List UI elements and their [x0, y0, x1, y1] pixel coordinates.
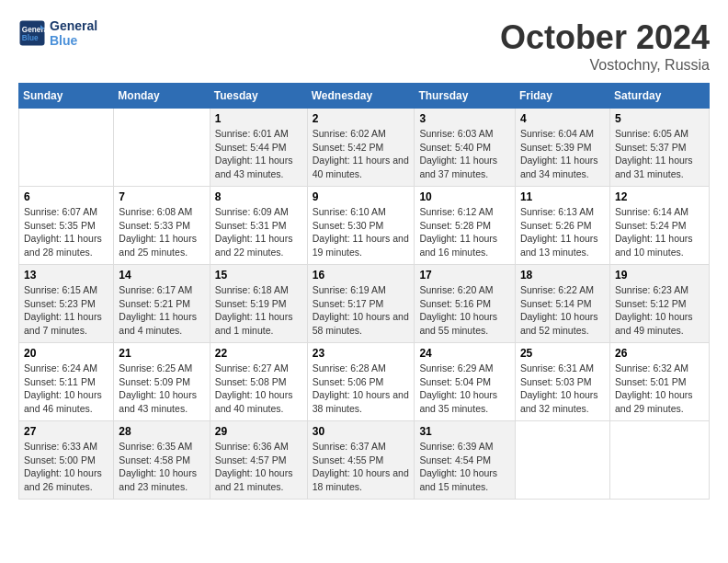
day-number: 4 [520, 112, 605, 125]
svg-text:Blue: Blue [22, 34, 39, 42]
calendar-cell [609, 421, 709, 500]
day-number: 5 [615, 112, 704, 125]
day-info: Sunrise: 6:15 AMSunset: 5:23 PMDaylight:… [24, 283, 108, 338]
svg-text:General: General [22, 26, 46, 34]
day-info: Sunrise: 6:37 AMSunset: 4:55 PMDaylight:… [313, 440, 410, 494]
calendar-cell: 5Sunrise: 6:05 AMSunset: 5:37 PMDaylight… [609, 109, 709, 187]
location-title: Vostochny, Russia [500, 57, 710, 74]
calendar-cell: 15Sunrise: 6:18 AMSunset: 5:19 PMDayligh… [210, 265, 307, 343]
day-info: Sunrise: 6:27 AMSunset: 5:08 PMDaylight:… [215, 362, 302, 416]
calendar-cell: 11Sunrise: 6:13 AMSunset: 5:26 PMDayligh… [515, 187, 609, 265]
calendar-cell: 28Sunrise: 6:35 AMSunset: 4:58 PMDayligh… [114, 421, 210, 500]
day-info: Sunrise: 6:35 AMSunset: 4:58 PMDaylight:… [119, 440, 204, 494]
logo: General Blue General Blue [18, 18, 97, 48]
day-number: 27 [24, 425, 108, 438]
day-info: Sunrise: 6:08 AMSunset: 5:33 PMDaylight:… [119, 205, 204, 259]
day-number: 10 [419, 190, 510, 203]
day-info: Sunrise: 6:24 AMSunset: 5:11 PMDaylight:… [24, 362, 108, 416]
day-info: Sunrise: 6:22 AMSunset: 5:14 PMDaylight:… [520, 283, 605, 338]
header-thursday: Thursday [415, 84, 516, 109]
calendar-cell: 6Sunrise: 6:07 AMSunset: 5:35 PMDaylight… [19, 187, 114, 265]
calendar-cell: 7Sunrise: 6:08 AMSunset: 5:33 PMDaylight… [114, 187, 210, 265]
day-info: Sunrise: 6:36 AMSunset: 4:57 PMDaylight:… [215, 440, 302, 494]
day-number: 13 [24, 269, 108, 282]
month-title: October 2024 [500, 18, 710, 57]
day-info: Sunrise: 6:28 AMSunset: 5:06 PMDaylight:… [313, 362, 410, 416]
day-info: Sunrise: 6:07 AMSunset: 5:35 PMDaylight:… [24, 205, 108, 259]
calendar-week-row: 13Sunrise: 6:15 AMSunset: 5:23 PMDayligh… [19, 265, 710, 343]
day-number: 8 [215, 190, 302, 203]
day-number: 29 [215, 425, 302, 438]
day-info: Sunrise: 6:20 AMSunset: 5:16 PMDaylight:… [419, 283, 510, 338]
day-number: 16 [313, 269, 410, 282]
calendar-cell: 31Sunrise: 6:39 AMSunset: 4:54 PMDayligh… [415, 421, 516, 500]
day-info: Sunrise: 6:18 AMSunset: 5:19 PMDaylight:… [215, 283, 302, 338]
day-number: 28 [119, 425, 204, 438]
calendar-cell [515, 421, 609, 500]
calendar-cell: 1Sunrise: 6:01 AMSunset: 5:44 PMDaylight… [210, 109, 307, 187]
day-info: Sunrise: 6:39 AMSunset: 4:54 PMDaylight:… [419, 440, 510, 494]
calendar-cell: 13Sunrise: 6:15 AMSunset: 5:23 PMDayligh… [19, 265, 114, 343]
day-info: Sunrise: 6:14 AMSunset: 5:24 PMDaylight:… [615, 205, 704, 259]
calendar-cell: 29Sunrise: 6:36 AMSunset: 4:57 PMDayligh… [210, 421, 307, 500]
header-saturday: Saturday [609, 84, 709, 109]
calendar-cell: 27Sunrise: 6:33 AMSunset: 5:00 PMDayligh… [19, 421, 114, 500]
day-number: 2 [313, 112, 410, 125]
day-number: 20 [24, 347, 108, 360]
day-info: Sunrise: 6:12 AMSunset: 5:28 PMDaylight:… [419, 205, 510, 259]
header-tuesday: Tuesday [210, 84, 307, 109]
day-info: Sunrise: 6:01 AMSunset: 5:44 PMDaylight:… [215, 127, 302, 181]
day-number: 17 [419, 269, 510, 282]
day-info: Sunrise: 6:02 AMSunset: 5:42 PMDaylight:… [313, 127, 410, 181]
logo-line2: Blue [50, 33, 97, 48]
day-number: 18 [520, 269, 605, 282]
calendar-cell: 14Sunrise: 6:17 AMSunset: 5:21 PMDayligh… [114, 265, 210, 343]
day-info: Sunrise: 6:19 AMSunset: 5:17 PMDaylight:… [313, 283, 410, 338]
day-info: Sunrise: 6:05 AMSunset: 5:37 PMDaylight:… [615, 127, 704, 181]
calendar-cell: 16Sunrise: 6:19 AMSunset: 5:17 PMDayligh… [307, 265, 415, 343]
calendar-cell: 10Sunrise: 6:12 AMSunset: 5:28 PMDayligh… [415, 187, 516, 265]
day-info: Sunrise: 6:29 AMSunset: 5:04 PMDaylight:… [419, 362, 510, 416]
day-number: 11 [520, 190, 605, 203]
days-header-row: SundayMondayTuesdayWednesdayThursdayFrid… [19, 84, 710, 109]
day-info: Sunrise: 6:17 AMSunset: 5:21 PMDaylight:… [119, 283, 204, 338]
day-info: Sunrise: 6:32 AMSunset: 5:01 PMDaylight:… [615, 362, 704, 416]
day-info: Sunrise: 6:23 AMSunset: 5:12 PMDaylight:… [615, 283, 704, 338]
calendar-cell: 19Sunrise: 6:23 AMSunset: 5:12 PMDayligh… [609, 265, 709, 343]
calendar-cell: 18Sunrise: 6:22 AMSunset: 5:14 PMDayligh… [515, 265, 609, 343]
calendar-cell: 22Sunrise: 6:27 AMSunset: 5:08 PMDayligh… [210, 343, 307, 421]
title-area: October 2024 Vostochny, Russia [500, 18, 710, 74]
day-number: 23 [313, 347, 410, 360]
day-info: Sunrise: 6:33 AMSunset: 5:00 PMDaylight:… [24, 440, 108, 494]
day-number: 22 [215, 347, 302, 360]
header-wednesday: Wednesday [307, 84, 415, 109]
day-number: 7 [119, 190, 204, 203]
calendar-cell: 20Sunrise: 6:24 AMSunset: 5:11 PMDayligh… [19, 343, 114, 421]
calendar-cell: 12Sunrise: 6:14 AMSunset: 5:24 PMDayligh… [609, 187, 709, 265]
day-number: 6 [24, 190, 108, 203]
calendar-cell: 4Sunrise: 6:04 AMSunset: 5:39 PMDaylight… [515, 109, 609, 187]
calendar-table: SundayMondayTuesdayWednesdayThursdayFrid… [18, 83, 710, 500]
calendar-cell: 9Sunrise: 6:10 AMSunset: 5:30 PMDaylight… [307, 187, 415, 265]
day-number: 25 [520, 347, 605, 360]
calendar-cell: 25Sunrise: 6:31 AMSunset: 5:03 PMDayligh… [515, 343, 609, 421]
day-info: Sunrise: 6:31 AMSunset: 5:03 PMDaylight:… [520, 362, 605, 416]
calendar-cell: 23Sunrise: 6:28 AMSunset: 5:06 PMDayligh… [307, 343, 415, 421]
day-info: Sunrise: 6:25 AMSunset: 5:09 PMDaylight:… [119, 362, 204, 416]
day-number: 30 [313, 425, 410, 438]
header-sunday: Sunday [19, 84, 114, 109]
calendar-cell: 26Sunrise: 6:32 AMSunset: 5:01 PMDayligh… [609, 343, 709, 421]
calendar-cell [19, 109, 114, 187]
header-monday: Monday [114, 84, 210, 109]
calendar-week-row: 1Sunrise: 6:01 AMSunset: 5:44 PMDaylight… [19, 109, 710, 187]
header-friday: Friday [515, 84, 609, 109]
day-info: Sunrise: 6:10 AMSunset: 5:30 PMDaylight:… [313, 205, 410, 259]
calendar-cell: 17Sunrise: 6:20 AMSunset: 5:16 PMDayligh… [415, 265, 516, 343]
calendar-cell: 8Sunrise: 6:09 AMSunset: 5:31 PMDaylight… [210, 187, 307, 265]
calendar-cell: 3Sunrise: 6:03 AMSunset: 5:40 PMDaylight… [415, 109, 516, 187]
calendar-cell: 30Sunrise: 6:37 AMSunset: 4:55 PMDayligh… [307, 421, 415, 500]
logo-icon: General Blue [18, 19, 46, 47]
day-info: Sunrise: 6:04 AMSunset: 5:39 PMDaylight:… [520, 127, 605, 181]
day-number: 1 [215, 112, 302, 125]
day-number: 12 [615, 190, 704, 203]
